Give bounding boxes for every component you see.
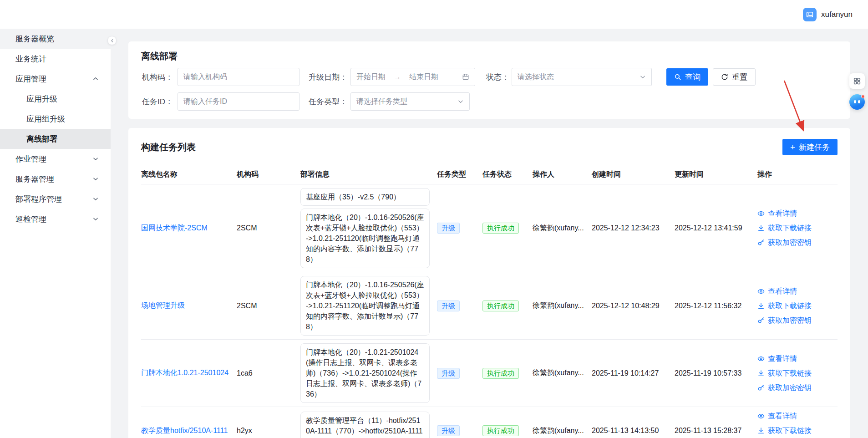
get-encryption-key-link[interactable]: 获取加密密钥 bbox=[757, 237, 832, 248]
status-select[interactable]: 请选择状态 bbox=[512, 68, 652, 86]
operator-cell: 徐繁韵(xufany... bbox=[533, 340, 592, 407]
sidebar-item-inspection-management[interactable]: 巡检管理 bbox=[0, 209, 111, 229]
view-details-link[interactable]: 查看详情 bbox=[757, 286, 832, 297]
deploy-info-cell: 基座应用（35）-v2.5（790）门牌本地化（20）-1.0.16-25052… bbox=[300, 188, 431, 268]
plus-icon: + bbox=[790, 143, 795, 152]
upgrade-date-range-picker[interactable]: 开始日期 → 结束日期 bbox=[350, 68, 475, 86]
updated-time-cell: 2025-12-12 11:56:32 bbox=[675, 272, 757, 340]
get-download-link[interactable]: 获取下载链接 bbox=[757, 300, 832, 311]
actions-cell: 查看详情获取下载链接获取加密密钥 bbox=[757, 353, 832, 393]
sidebar-item-label: 应用组升级 bbox=[26, 114, 65, 124]
package-name-link[interactable]: 场地管理升级 bbox=[141, 301, 185, 309]
chevron-down-icon bbox=[92, 196, 99, 202]
chevron-up-icon bbox=[92, 76, 99, 82]
sidebar-item-server-overview[interactable]: 服务器概览 bbox=[0, 29, 111, 49]
sidebar: 服务器概览业务统计应用管理应用升级应用组升级离线部署作业管理服务器管理部署程序管… bbox=[0, 29, 111, 438]
sidebar-item-server-management[interactable]: 服务器管理 bbox=[0, 169, 111, 189]
actions-cell: 查看详情获取下载链接获取加密密钥 bbox=[757, 208, 832, 248]
date-start-placeholder: 开始日期 bbox=[356, 72, 386, 82]
sidebar-item-label: 业务统计 bbox=[15, 54, 46, 64]
search-button[interactable]: 查询 bbox=[666, 68, 708, 86]
eye-icon bbox=[757, 210, 765, 217]
task-type-label: 任务类型： bbox=[309, 97, 350, 107]
chevron-down-icon bbox=[92, 216, 99, 222]
sidebar-item-offline-deployment[interactable]: 离线部署 bbox=[0, 129, 111, 149]
get-download-link[interactable]: 获取下载链接 bbox=[757, 223, 832, 234]
column-header: 创建时间 bbox=[592, 165, 675, 184]
task-type-select[interactable]: 请选择任务类型 bbox=[350, 92, 470, 111]
task-table-body: 国网技术学院-2SCM 2SCM 基座应用（35）-v2.5（790）门牌本地化… bbox=[141, 184, 838, 438]
task-type-tag: 升级 bbox=[437, 368, 460, 379]
task-table: 离线包名称机构码部署信息任务类型任务状态操作人创建时间更新时间操作 国网技术学院… bbox=[141, 165, 838, 438]
task-status-tag: 执行成功 bbox=[482, 368, 519, 379]
toolbox-widget[interactable] bbox=[849, 73, 865, 89]
sidebar-item-deploy-program-management[interactable]: 部署程序管理 bbox=[0, 189, 111, 209]
task-row: 场地管理升级 2SCM 门牌本地化（20）-1.0.16-250526(座次表+… bbox=[141, 272, 838, 340]
package-name-link[interactable]: 门牌本地化1.0.21-2501024 bbox=[141, 369, 228, 377]
task-row: 国网技术学院-2SCM 2SCM 基座应用（35）-v2.5（790）门牌本地化… bbox=[141, 184, 838, 272]
eye-icon bbox=[757, 288, 765, 295]
view-details-link[interactable]: 查看详情 bbox=[757, 208, 832, 219]
new-task-button[interactable]: + 新建任务 bbox=[782, 139, 838, 155]
sidebar-item-business-stats[interactable]: 业务统计 bbox=[0, 49, 111, 69]
org-code-label: 机构码： bbox=[141, 72, 178, 82]
reset-button[interactable]: 重置 bbox=[713, 68, 756, 86]
chevron-down-icon bbox=[92, 176, 99, 182]
column-header: 操作人 bbox=[533, 165, 592, 184]
table-card-title: 构建任务列表 bbox=[141, 142, 196, 153]
avatar[interactable] bbox=[803, 8, 817, 21]
sidebar-item-label: 作业管理 bbox=[15, 154, 46, 164]
action-link-label: 获取下载链接 bbox=[768, 300, 812, 311]
updated-time-cell: 2025-11-13 15:28:37 bbox=[675, 407, 757, 438]
sidebar-item-label: 应用升级 bbox=[26, 94, 57, 104]
org-code-cell: h2yx bbox=[237, 407, 300, 438]
sidebar-item-app-upgrade[interactable]: 应用升级 bbox=[0, 89, 111, 109]
package-name-link[interactable]: 教学质量hotfix/2510A-1111 bbox=[141, 427, 228, 434]
filter-card-title: 离线部署 bbox=[141, 51, 838, 61]
sidebar-item-app-group-upgrade[interactable]: 应用组升级 bbox=[0, 109, 111, 129]
actions-cell: 查看详情获取下载链接获取加密密钥 bbox=[757, 286, 832, 326]
sidebar-collapse-button[interactable] bbox=[107, 36, 117, 45]
get-download-link[interactable]: 获取下载链接 bbox=[757, 368, 832, 379]
search-icon bbox=[674, 73, 681, 81]
eye-icon bbox=[757, 413, 765, 420]
operator-cell: 徐繁韵(xufany... bbox=[533, 184, 592, 272]
build-task-list-card: 构建任务列表 + 新建任务 离线包名称机构码部署信息任务类型任务状态操作人创建时… bbox=[128, 128, 850, 438]
action-link-label: 查看详情 bbox=[768, 411, 797, 422]
status-select-placeholder: 请选择状态 bbox=[518, 72, 554, 82]
sidebar-item-job-management[interactable]: 作业管理 bbox=[0, 149, 111, 169]
column-header: 离线包名称 bbox=[141, 165, 237, 184]
column-header: 操作 bbox=[757, 165, 838, 184]
photo-icon bbox=[806, 10, 814, 19]
view-details-link[interactable]: 查看详情 bbox=[757, 411, 832, 422]
operator-cell: 徐繁韵(xufany... bbox=[533, 272, 592, 340]
task-id-input[interactable] bbox=[178, 92, 299, 111]
get-download-link[interactable]: 获取下载链接 bbox=[757, 425, 832, 436]
created-time-cell: 2025-12-12 12:34:23 bbox=[592, 184, 675, 272]
refresh-icon bbox=[721, 73, 728, 81]
key-icon bbox=[757, 239, 765, 246]
username[interactable]: xufanyun bbox=[821, 10, 853, 19]
date-end-placeholder: 结束日期 bbox=[409, 72, 438, 82]
org-code-input[interactable] bbox=[178, 68, 299, 86]
sidebar-item-label: 离线部署 bbox=[26, 134, 57, 144]
sidebar-menu: 服务器概览业务统计应用管理应用升级应用组升级离线部署作业管理服务器管理部署程序管… bbox=[0, 29, 111, 229]
date-range-arrow-icon: → bbox=[394, 73, 401, 81]
get-encryption-key-link[interactable]: 获取加密密钥 bbox=[757, 382, 832, 393]
view-details-link[interactable]: 查看详情 bbox=[757, 353, 832, 364]
sidebar-item-label: 服务器管理 bbox=[15, 174, 54, 184]
chevron-down-icon bbox=[457, 98, 464, 105]
get-encryption-key-link[interactable]: 获取加密密钥 bbox=[757, 315, 832, 326]
chevron-down-icon bbox=[92, 156, 99, 162]
download-icon bbox=[757, 302, 765, 310]
chevron-down-icon bbox=[640, 74, 646, 80]
assistant-widget[interactable] bbox=[849, 94, 865, 110]
task-row: 教学质量hotfix/2510A-1111 h2yx 教学质量管理平台（11）-… bbox=[141, 407, 838, 438]
action-link-label: 获取下载链接 bbox=[768, 223, 812, 234]
deploy-info-cell: 门牌本地化（20）-1.0.16-250526(座次表+蓝牙锁+人脸拉取优化)（… bbox=[300, 276, 431, 336]
package-name-link[interactable]: 国网技术学院-2SCM bbox=[141, 224, 208, 232]
column-header: 更新时间 bbox=[675, 165, 757, 184]
deploy-info-box: 门牌本地化（20）-1.0.16-250526(座次表+蓝牙锁+人脸拉取优化)（… bbox=[300, 209, 430, 268]
sidebar-item-app-management[interactable]: 应用管理 bbox=[0, 69, 111, 89]
task-status-tag: 执行成功 bbox=[482, 425, 519, 436]
